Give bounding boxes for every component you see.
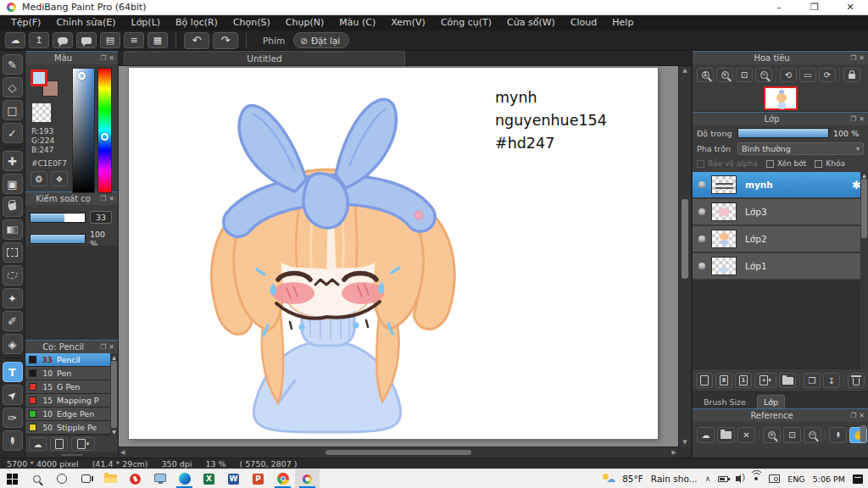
file-explorer-button[interactable]	[98, 469, 123, 488]
fill-shape-tool[interactable]: ▣	[3, 174, 23, 194]
reference-fit-button[interactable]: ⊡	[783, 427, 801, 443]
list-button[interactable]: ≡	[124, 32, 144, 48]
polyline-tool[interactable]: ✓	[3, 123, 23, 143]
eraser-tool[interactable]: ◇	[3, 77, 23, 97]
scrollbar-handle[interactable]	[111, 361, 117, 428]
layer-row-lop1[interactable]: Lớp1	[693, 253, 868, 280]
add-brush-menu-button[interactable]: ▾	[71, 437, 95, 451]
add-layer-menu-button[interactable]: +▾	[754, 373, 776, 388]
menu-cua-so[interactable]: Cửa sổ(W)	[499, 15, 563, 30]
close-icon[interactable]: ✕	[859, 412, 865, 419]
document-tab[interactable]: Untitled	[124, 51, 405, 65]
popout-icon[interactable]: ❐	[100, 54, 106, 62]
excel-button[interactable]: X	[197, 469, 221, 488]
medibang-taskbar-button[interactable]	[295, 469, 320, 488]
layer-list-scrollbar[interactable]: ▲	[860, 172, 868, 369]
canvas-viewport[interactable]: mynh nguyenhue154 #hd247 ▲ ▼ ◀ ▶	[119, 66, 691, 458]
chrome-button[interactable]	[270, 469, 295, 488]
eyedropper-tool[interactable]: ✒	[3, 430, 23, 451]
divide-tool[interactable]: ✑	[3, 408, 23, 428]
menu-help[interactable]: Help	[604, 15, 641, 30]
popout-icon[interactable]: ❐	[850, 54, 856, 62]
rotate-left-button[interactable]: ⟲	[780, 68, 797, 82]
start-button[interactable]	[0, 469, 25, 488]
brush-size-slider[interactable]	[30, 213, 86, 223]
cortana-button[interactable]	[49, 469, 74, 488]
layout-button[interactable]: ▦	[147, 32, 168, 48]
menu-tep[interactable]: Tệp(F)	[3, 15, 48, 30]
scroll-up-icon[interactable]: ▲	[862, 172, 866, 178]
brush-row-gpen[interactable]: 15 G Pen	[25, 380, 118, 394]
reference-zoom-out-button[interactable]: −	[804, 427, 821, 443]
restore-button[interactable]: ❐	[797, 0, 832, 15]
vertical-scrollbar[interactable]: ▲ ▼	[678, 66, 691, 446]
brush-list-scrollbar[interactable]: ▲ ▼	[110, 353, 118, 435]
delete-layer-button[interactable]	[848, 373, 865, 388]
close-icon[interactable]: ✕	[108, 54, 114, 62]
comment-button[interactable]	[76, 32, 97, 48]
menu-lop[interactable]: Lớp(L)	[124, 15, 169, 30]
layer-folder-button[interactable]	[779, 373, 796, 388]
reference-zoom-in-button[interactable]: +	[763, 427, 781, 443]
menu-cloud[interactable]: Cloud	[563, 15, 604, 30]
cloud-save-button[interactable]: ☁	[5, 32, 25, 48]
duplicate-layer-button[interactable]: ❐	[804, 373, 821, 388]
sv-picker-cursor[interactable]	[78, 72, 86, 80]
scroll-up-icon[interactable]: ▲	[112, 354, 116, 360]
brush-row-mapping-pen[interactable]: 15 Mapping P	[25, 394, 118, 408]
menu-chon[interactable]: Chọn(S)	[225, 15, 278, 30]
close-icon[interactable]: ✕	[859, 54, 865, 62]
select-tool[interactable]	[3, 242, 23, 263]
add-brush-button[interactable]	[50, 437, 68, 451]
scroll-left-icon[interactable]: ◀	[120, 449, 125, 456]
minimize-button[interactable]: –	[761, 0, 797, 15]
upload-button[interactable]: ↥	[29, 32, 49, 48]
navigator-thumbnail[interactable]	[764, 86, 798, 110]
menu-xem[interactable]: Xem(V)	[383, 15, 433, 30]
reference-eyedropper-button[interactable]: ✒	[829, 427, 847, 443]
foreground-color-swatch[interactable]	[31, 69, 47, 86]
menu-cong-cu[interactable]: Công cụ(T)	[433, 15, 499, 30]
tablet-icon[interactable]	[769, 474, 780, 483]
menu-bo-loc[interactable]: Bộ lọc(R)	[168, 15, 225, 30]
show-hidden-icons-chevron[interactable]: ∧	[705, 474, 711, 483]
action-center-icon[interactable]	[853, 474, 863, 484]
move-tool[interactable]: ✚	[3, 151, 23, 171]
brush-opacity-slider[interactable]	[30, 234, 86, 244]
saturation-value-picker[interactable]	[72, 68, 95, 193]
reference-cloud-button[interactable]: ☁	[697, 427, 715, 443]
text-tool[interactable]: T	[3, 362, 23, 382]
clipping-checkbox[interactable]: Xén bớt	[766, 159, 807, 168]
popout-icon[interactable]: ❐	[100, 195, 106, 202]
document-button[interactable]: ▤	[100, 32, 120, 48]
tab-layers[interactable]: Lớp	[757, 395, 785, 408]
battery-icon[interactable]	[718, 476, 728, 482]
close-button[interactable]: ✕	[832, 0, 868, 15]
gradient-tool[interactable]	[3, 219, 23, 240]
menu-chinh-sua[interactable]: Chỉnh sửa(E)	[48, 15, 123, 30]
scrollbar-handle[interactable]	[326, 450, 471, 455]
popout-icon[interactable]: ❐	[850, 412, 856, 419]
reset-button[interactable]: ⊘ Đặt lại	[293, 32, 349, 48]
wifi-icon[interactable]	[754, 477, 758, 480]
rotate-right-button[interactable]: ⟳	[819, 68, 836, 82]
menu-mau[interactable]: Màu (C)	[331, 15, 383, 30]
language-indicator[interactable]: ENG	[787, 474, 804, 484]
layer-visibility-icon[interactable]	[698, 181, 705, 188]
zoom-in-button[interactable]: +	[716, 68, 733, 82]
layer-visibility-icon[interactable]	[698, 208, 705, 215]
brush-size-value[interactable]: 33	[90, 211, 112, 224]
tab-brush-size[interactable]: Brush Size	[698, 396, 752, 408]
transparent-color-swatch[interactable]	[32, 103, 51, 122]
blend-mode-select[interactable]: Bình thường ▾	[737, 142, 864, 155]
reference-clear-button[interactable]: ✕	[737, 427, 755, 443]
layer-row-lop2[interactable]: Lớp2	[693, 226, 868, 253]
hue-cursor[interactable]	[101, 133, 108, 141]
close-icon[interactable]: ✕	[859, 115, 865, 123]
alpha-protect-checkbox[interactable]: Bảo vệ alpha	[697, 159, 758, 168]
menu-chup[interactable]: Chụp(N)	[278, 15, 331, 30]
brush-row-pencil[interactable]: 33 Pencil ✱	[25, 353, 118, 367]
close-icon[interactable]: ✕	[108, 195, 114, 202]
popout-icon[interactable]: ❐	[100, 343, 106, 351]
popout-icon[interactable]: ❐	[850, 115, 856, 123]
